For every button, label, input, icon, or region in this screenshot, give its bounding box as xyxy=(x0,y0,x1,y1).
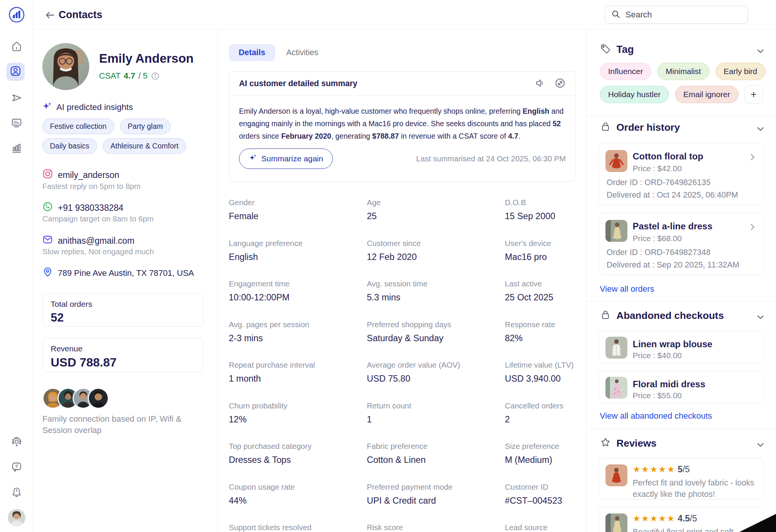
abandoned-card[interactable]: Floral midi dress Price : $55.00 xyxy=(599,371,764,404)
abandoned-checkouts-title: Abandoned checkouts xyxy=(616,310,724,322)
attribute-cell: Engagement time10:00-12:00PM xyxy=(229,279,367,320)
review-card[interactable]: ★★★★★ 4.5/5 Beautiful floral print and s… xyxy=(599,507,764,532)
email-row[interactable]: anithas@gmail.com xyxy=(42,234,134,247)
sidebar-item-contacts[interactable] xyxy=(6,63,25,81)
review-text: Beautiful floral print and soft material xyxy=(633,526,757,532)
abandoned-card[interactable]: Linen wrap blouse Price : $40.00 xyxy=(599,331,764,363)
product-price: Price : $42.00 xyxy=(633,164,682,173)
chevron-down-icon[interactable] xyxy=(755,439,766,452)
attribute-cell: Average order value (AOV)USD 75.80 xyxy=(367,360,505,401)
tag-chip[interactable]: Early bird xyxy=(715,63,766,80)
star-icons: ★★★★★ xyxy=(633,464,675,475)
app-window: ? Contacts Em xyxy=(0,0,776,532)
location-icon xyxy=(42,267,53,280)
sidebar-item-templates[interactable] xyxy=(0,117,33,130)
ai-summary-footer: Summarize again Last summarised at 24 Oc… xyxy=(229,145,576,169)
attribute-cell: Risk score xyxy=(367,523,505,532)
attribute-cell: Coupon usage rate44% xyxy=(229,483,367,523)
family-avatar[interactable] xyxy=(88,388,109,409)
insight-chip[interactable]: Athleisure & Comfort xyxy=(103,138,186,154)
review-rating: ★★★★★ 5/5 xyxy=(633,464,690,475)
sidebar-item-analytics[interactable] xyxy=(0,142,33,156)
tag-chip[interactable]: Minimalist xyxy=(657,63,709,80)
product-price: Price : $68.00 xyxy=(633,234,682,243)
sidebar-item-settings[interactable] xyxy=(0,436,33,449)
ai-summary-title: AI customer detailed summary xyxy=(239,79,357,88)
search-input[interactable] xyxy=(625,10,739,20)
page-title: Contacts xyxy=(59,9,102,21)
speaker-icon[interactable] xyxy=(535,77,546,90)
delivered-at: Delivered at : Oct 24 2025, 06:40PM xyxy=(607,190,738,200)
attribute-cell: Repeat purchase interval1 month xyxy=(229,360,367,401)
summarize-again-button[interactable]: Summarize again xyxy=(239,148,333,169)
sidebar-item-notifications[interactable] xyxy=(0,486,33,500)
revenue-value: USD 788.87 xyxy=(51,356,195,370)
address-row[interactable]: 789 Pine Ave Austin, TX 78701, USA xyxy=(42,267,194,280)
section-divider xyxy=(587,115,776,116)
family-avatars xyxy=(42,388,103,409)
attribute-cell: Churn probability12% xyxy=(229,401,367,442)
send-icon xyxy=(11,92,23,105)
info-icon[interactable] xyxy=(151,72,159,80)
app-logo[interactable] xyxy=(0,6,33,25)
back-button[interactable] xyxy=(44,9,56,22)
review-rating: ★★★★★ 4.5/5 xyxy=(633,513,697,524)
sidebar-item-help[interactable]: ? xyxy=(0,461,33,475)
chevron-down-icon[interactable] xyxy=(755,123,766,136)
tab-activities[interactable]: Activities xyxy=(286,48,318,57)
view-all-orders-link[interactable]: View all orders xyxy=(600,284,654,294)
insight-chip[interactable]: Festive collection xyxy=(42,119,114,134)
insight-chip[interactable]: Daily basics xyxy=(42,138,97,154)
tag-chip[interactable]: Influencer xyxy=(600,63,651,80)
bag-lock-icon xyxy=(600,121,611,134)
rating-value: 5 xyxy=(678,464,683,475)
order-card[interactable]: Cotton floral top Price : $42.00 Order I… xyxy=(599,143,764,205)
tag-chip[interactable]: Email ignorer xyxy=(675,86,739,103)
attribute-cell: Return count1 xyxy=(367,401,505,442)
top-bar: Contacts xyxy=(33,0,776,29)
tab-details[interactable]: Details xyxy=(229,44,275,61)
chevron-right-icon[interactable] xyxy=(748,152,757,164)
view-all-abandoned-link[interactable]: View all abandoned checkouts xyxy=(600,411,712,421)
rail-user-avatar[interactable] xyxy=(0,509,33,526)
insight-chip[interactable]: Party glam xyxy=(120,119,171,134)
bag-lock-icon xyxy=(600,309,611,322)
attribute-cell: Fabric preferenceCotton & Linen xyxy=(367,442,505,483)
product-name: Floral midi dress xyxy=(633,379,705,390)
sparkle-icon xyxy=(249,153,258,164)
display-icon xyxy=(11,117,23,130)
mail-icon xyxy=(42,234,53,247)
chevron-down-icon[interactable] xyxy=(755,45,766,58)
add-tag-button[interactable]: + xyxy=(745,85,763,104)
ai-insights-title: AI predicted insights xyxy=(56,102,133,112)
instagram-row[interactable]: emily_anderson xyxy=(42,169,119,181)
ai-summary-header: AI customer detailed summary xyxy=(229,72,576,96)
insight-chips-row-2: Daily basics Athleisure & Comfort xyxy=(42,138,186,154)
order-id: Order ID : ORD-7649826135 xyxy=(607,178,711,187)
search-box[interactable] xyxy=(605,6,748,24)
attribute-cell: Avg. session time5.3 mins xyxy=(367,279,505,320)
instagram-icon xyxy=(42,169,53,181)
whatsapp-note: Campaign target on 8am to 6pm xyxy=(42,214,154,223)
customer-photo xyxy=(42,43,89,90)
tag-chip[interactable]: Holiday hustler xyxy=(600,86,669,103)
sidebar-item-home[interactable] xyxy=(0,40,33,54)
attribute-cell: Customer since12 Feb 2020 xyxy=(367,239,505,280)
logo-icon xyxy=(8,6,25,25)
csat-total: / 5 xyxy=(138,71,147,81)
rating-suffix: /5 xyxy=(683,464,690,475)
help-icon: ? xyxy=(11,461,23,475)
instagram-note: Fastest reply on 5pm to 8pm xyxy=(42,182,141,191)
svg-text:?: ? xyxy=(15,464,18,469)
chevron-right-icon[interactable] xyxy=(748,222,757,234)
star-outline-icon xyxy=(600,437,611,450)
chevron-down-icon[interactable] xyxy=(755,311,766,324)
sidebar-item-campaigns[interactable] xyxy=(0,92,33,105)
expand-icon[interactable] xyxy=(554,77,566,90)
delivered-at: Delivered at : Sep 20 2025, 11:32AM xyxy=(607,260,739,270)
home-icon xyxy=(11,40,23,54)
insight-chips-row-1: Festive collection Party glam xyxy=(42,119,171,134)
order-card[interactable]: Pastel a-line dress Price : $68.00 Order… xyxy=(599,213,764,275)
review-card[interactable]: ★★★★★ 5/5 Perfect fit and lovely fabric … xyxy=(599,458,764,500)
whatsapp-row[interactable]: +91 9380338284 xyxy=(42,201,123,214)
